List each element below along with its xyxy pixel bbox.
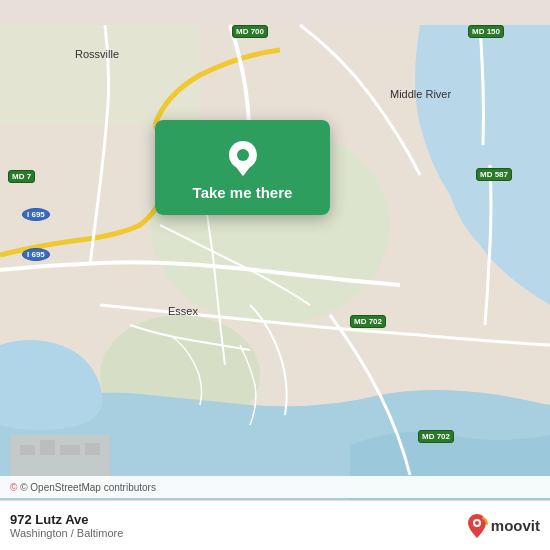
place-label-rossville: Rossville	[75, 48, 119, 60]
moovit-pin-icon	[465, 512, 489, 540]
shield-md587: MD 587	[476, 168, 512, 181]
osm-credit-bar: © © OpenStreetMap contributors	[0, 476, 550, 498]
moovit-logo: moovit	[465, 512, 540, 540]
svg-rect-8	[85, 443, 100, 455]
shield-i695-1: I 695	[22, 208, 50, 221]
svg-rect-5	[20, 445, 35, 455]
shield-md702-2: MD 702	[418, 430, 454, 443]
location-pin-icon	[223, 138, 263, 178]
shield-md150: MD 150	[468, 25, 504, 38]
shield-md7: MD 7	[8, 170, 35, 183]
shield-md700: MD 700	[232, 25, 268, 38]
svg-point-10	[237, 149, 249, 161]
map-container: Rossville Middle River Essex MD 700 MD 1…	[0, 0, 550, 550]
svg-rect-7	[60, 445, 80, 455]
svg-point-12	[475, 521, 479, 525]
address-short: 972 Lutz Ave	[10, 512, 123, 527]
shield-md702-1: MD 702	[350, 315, 386, 328]
shield-i695-2: I 695	[22, 248, 50, 261]
address-text: 972 Lutz Ave Washington / Baltimore	[10, 512, 123, 539]
map-svg	[0, 0, 550, 550]
osm-credit-text: © © OpenStreetMap contributors	[10, 482, 156, 493]
place-label-essex: Essex	[168, 305, 198, 317]
place-label-middle-river: Middle River	[390, 88, 451, 100]
popup-green-section: Take me there	[155, 120, 330, 215]
popup-card: Take me there	[155, 120, 330, 215]
bottom-address-bar: 972 Lutz Ave Washington / Baltimore moov…	[0, 500, 550, 550]
svg-rect-6	[40, 440, 55, 455]
address-region: Washington / Baltimore	[10, 527, 123, 539]
pin-wrapper	[223, 138, 263, 178]
svg-rect-3	[0, 25, 200, 125]
take-me-there-button[interactable]: Take me there	[193, 184, 293, 201]
osm-credit-label: © OpenStreetMap contributors	[20, 482, 156, 493]
copyright-symbol: ©	[10, 482, 17, 493]
moovit-brand-text: moovit	[491, 517, 540, 534]
